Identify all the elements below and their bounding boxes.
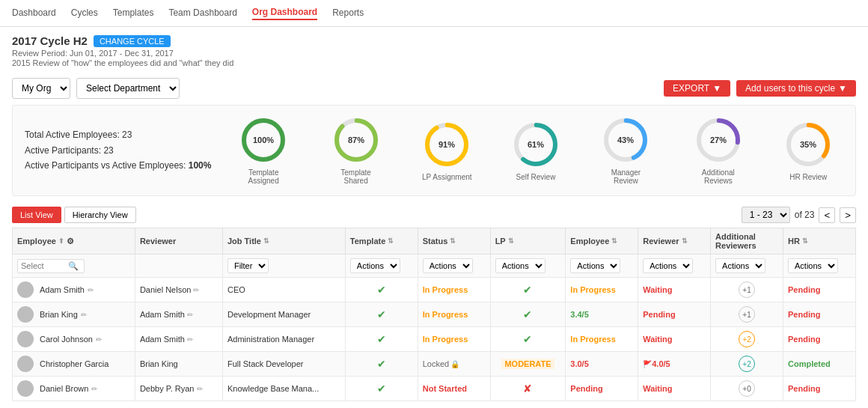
filter-hr: Actions (783, 255, 856, 278)
nav-item-dashboard[interactable]: Dashboard (12, 7, 56, 19)
additional-actions-select[interactable]: Actions (715, 258, 765, 273)
job-title: Development Manager (227, 310, 311, 319)
donut-label: LP Assignment (422, 173, 472, 181)
donut-template-assigned: 100% Template Assigned (237, 116, 290, 185)
employee-review-actions-select[interactable]: Actions (570, 258, 620, 273)
employee-name: Christopher Garcia (40, 359, 109, 368)
lp-actions-select[interactable]: Actions (495, 258, 545, 273)
avatar (17, 281, 34, 298)
total-active-employees: Total Active Employees: 23 (25, 127, 211, 142)
sort-icon[interactable]: ⇅ (450, 237, 456, 245)
sort-icon[interactable]: ⇅ (682, 237, 688, 245)
job-title: CEO (227, 285, 245, 294)
status-actions-select[interactable]: Actions (423, 258, 473, 273)
donut-chart: 91% (423, 121, 471, 168)
donut-template-shared: 87% Template Shared (330, 116, 382, 185)
view-row: List View Hierarchy View 1 - 23 of 23 < … (0, 202, 868, 228)
filter-status: Actions (418, 255, 490, 278)
employee-review-value: 3.4/5 (570, 310, 588, 319)
nav-item-cycles[interactable]: Cycles (71, 7, 98, 19)
reviewer-name: Adam Smith (140, 310, 185, 319)
hr-actions-select[interactable]: Actions (788, 258, 838, 273)
edit-icon[interactable]: ✏ (187, 311, 193, 319)
hr-status: Pending (788, 335, 820, 344)
employee-review-cell: In Progress (566, 327, 638, 352)
edit-icon[interactable]: ✏ (96, 335, 102, 344)
filter-lp: Actions (490, 255, 566, 278)
table-row: Brian King✏Adam Smith ✏Development Manag… (13, 302, 856, 327)
donut-lp-assignment: 91% LP Assignment (422, 121, 472, 181)
donut-label: Self Review (516, 173, 556, 181)
page-range-select[interactable]: 1 - 23 (742, 207, 790, 223)
list-view-button[interactable]: List View (12, 207, 61, 223)
edit-icon[interactable]: ✏ (88, 286, 94, 294)
edit-icon[interactable]: ✏ (197, 385, 203, 393)
edit-icon[interactable]: ✏ (91, 385, 97, 393)
nav-item-templates[interactable]: Templates (113, 7, 154, 19)
edit-icon[interactable]: ✏ (193, 286, 199, 294)
nav-item-org-dashboard[interactable]: Org Dashboard (252, 7, 317, 20)
org-select[interactable]: My Org (12, 78, 70, 99)
employee-review-value: In Progress (570, 335, 616, 344)
sort-icon[interactable]: ⇅ (263, 237, 269, 245)
change-cycle-button[interactable]: CHANGE CYCLE (94, 35, 171, 47)
reviewer-review-value: Waiting (643, 285, 672, 294)
donut-chart: 100% (239, 116, 287, 164)
filter-template: Actions (345, 255, 418, 278)
svg-text:27%: 27% (710, 136, 727, 144)
edit-icon[interactable]: ✏ (187, 335, 193, 344)
hierarchy-view-button[interactable]: Hierarchy View (64, 207, 136, 223)
sort-icon[interactable]: ⬆ (58, 237, 64, 245)
hr-cell: Completed (783, 352, 856, 377)
template-cell: ✔ (345, 377, 418, 401)
svg-text:87%: 87% (348, 136, 364, 144)
settings-icon[interactable]: ⚙ (67, 237, 74, 246)
filter-employee-review: Actions (566, 255, 638, 278)
hr-cell: Pending (783, 278, 856, 302)
filter-job-title: Filter (222, 255, 345, 278)
lock-icon: 🔒 (450, 360, 459, 368)
employee-cell: Brian King✏ (13, 302, 135, 327)
th-template: Template⇅ (345, 228, 418, 255)
next-page-button[interactable]: > (840, 207, 856, 223)
reviewer-review-value: 4.0/5 (652, 359, 670, 368)
template-actions-select[interactable]: Actions (350, 258, 400, 273)
avatar (17, 380, 34, 397)
add-users-button[interactable]: Add users to this cycle ▼ (736, 80, 856, 97)
lp-cell: ✔ (490, 302, 566, 327)
nav-item-team-dashboard[interactable]: Team Dashboard (168, 7, 236, 19)
reviewer-review-actions-select[interactable]: Actions (643, 258, 693, 273)
page-header: 2017 Cycle H2 CHANGE CYCLE Review Period… (0, 27, 868, 72)
job-title-filter-select[interactable]: Filter (227, 258, 269, 273)
employee-review-cell: 3.4/5 (566, 302, 638, 327)
nav-item-reports[interactable]: Reports (332, 7, 364, 19)
reviewer-review-cell: 🚩4.0/5 (638, 352, 711, 377)
employee-name: Daniel Brown (40, 384, 88, 393)
sort-icon[interactable]: ⇅ (388, 237, 394, 245)
status-cell: In Progress (418, 278, 490, 302)
job-title-cell: Administration Manager (222, 327, 345, 352)
status-badge: In Progress (423, 310, 468, 319)
filter-additional: Actions (711, 255, 783, 278)
edit-icon[interactable]: ✏ (81, 311, 87, 319)
employee-review-value: Pending (570, 384, 602, 393)
sort-icon[interactable]: ⇅ (508, 237, 514, 245)
hr-cell: Pending (783, 302, 856, 327)
hr-status: Completed (788, 359, 831, 368)
employee-cell: Christopher Garcia (13, 352, 135, 377)
prev-page-button[interactable]: < (819, 207, 835, 223)
avatar (17, 306, 34, 323)
sort-icon[interactable]: ⇅ (611, 237, 617, 245)
export-button[interactable]: EXPORT ▼ (664, 80, 730, 97)
sort-icon[interactable]: ⇅ (802, 237, 808, 245)
department-select[interactable]: Select Department (76, 78, 180, 99)
table-row: Carol Johnson✏Adam Smith ✏Administration… (13, 327, 856, 352)
th-additional: AdditionalReviewers (711, 228, 783, 255)
employee-search-input[interactable] (21, 261, 66, 270)
employee-review-cell: In Progress (566, 278, 638, 302)
table-header-row: Employee ⬆ ⚙ Reviewer Job Title⇅ Templat… (13, 228, 856, 255)
reviewer-cell: Adam Smith ✏ (135, 327, 222, 352)
check-icon: ✔ (377, 333, 386, 345)
moderate-badge: MODERATE (501, 359, 554, 369)
stats-section: Total Active Employees: 23 Active Partic… (12, 105, 856, 196)
